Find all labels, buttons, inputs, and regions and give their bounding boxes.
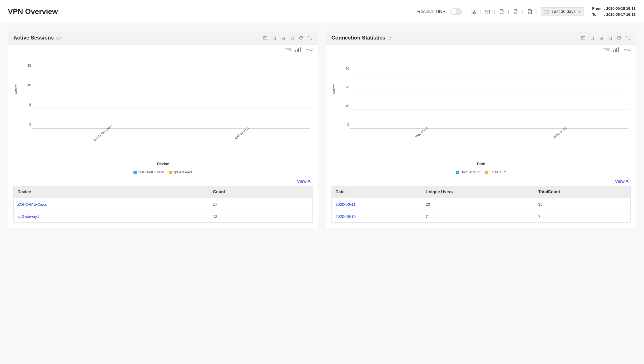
pdf-icon[interactable] [271, 35, 277, 41]
table-cell: 36 [534, 198, 630, 210]
page-header: VPN Overview Resolve DNS | | | A | CSV | [0, 0, 644, 23]
table-header: Date [332, 186, 422, 198]
to-value: 2020-06-17 16:13 [606, 12, 636, 17]
xls-icon[interactable]: x [607, 35, 613, 41]
connection-stats-table: DateUnique UsersTotalCount2020-06-112036… [331, 186, 631, 223]
y-tick: 10 [24, 83, 31, 87]
y-tick: 15 [24, 64, 31, 67]
mail-icon[interactable] [262, 35, 268, 41]
y-axis-label: Count [332, 84, 336, 94]
legend-item[interactable]: cpGateway1 [169, 170, 192, 174]
y-tick: 30 [342, 67, 349, 71]
y-tick: 0 [342, 123, 349, 126]
date-range-picker[interactable]: Last 30 days ▼ [541, 7, 584, 16]
csv-icon[interactable]: CSV [513, 9, 518, 14]
table-cell: 7 [422, 210, 535, 223]
panel-header: Connection Statistics ? x [326, 31, 636, 45]
table-link-cell[interactable]: cpGateway1 [14, 210, 209, 223]
svg-text:x: x [291, 37, 292, 39]
legend-item[interactable]: UniqueCount [456, 170, 480, 174]
table-link-cell[interactable]: ZOHO-ME-Cisco [14, 198, 209, 210]
y-tick: 10 [342, 104, 349, 108]
mail-icon[interactable] [581, 35, 586, 41]
svg-text:A: A [501, 12, 502, 13]
chart-type-area[interactable] [285, 47, 291, 52]
panel-title: Active Sessions [13, 35, 54, 41]
csv-icon[interactable] [280, 35, 286, 41]
page-title: VPN Overview [8, 7, 58, 16]
calendar-clock-icon[interactable] [470, 9, 476, 14]
separator: | [466, 9, 467, 14]
svg-rect-13 [263, 36, 267, 39]
svg-line-4 [475, 13, 475, 13]
y-tick: 20 [342, 85, 349, 89]
table-link-cell[interactable]: 2020-06-11 [332, 198, 422, 210]
mail-icon[interactable] [484, 9, 490, 14]
chart-type-toggle [13, 47, 313, 52]
expand-icon[interactable] [307, 35, 313, 41]
date-range-display: From : 2020-05-18 16:13 To : 2020-06-17 … [592, 5, 636, 18]
legend-item[interactable]: TotalCount [485, 170, 506, 174]
active-sessions-table: DeviceCountZOHO-ME-Cisco17cpGateway112 [13, 186, 313, 223]
help-icon[interactable]: ? [56, 36, 61, 40]
refresh-icon[interactable] [616, 35, 622, 41]
table-header: Unique Users [422, 186, 535, 198]
expand-icon[interactable] [625, 35, 631, 41]
y-tick: 0 [24, 123, 31, 126]
panel-header: Active Sessions ? x [8, 31, 318, 45]
svg-text:x: x [610, 37, 610, 39]
y-tick: 5 [24, 103, 31, 107]
pdf-icon[interactable]: A [499, 9, 504, 14]
x-axis-label: Date [331, 162, 631, 166]
svg-text:x: x [529, 11, 530, 13]
from-label: From [592, 6, 603, 11]
separator: | [522, 9, 523, 14]
active-sessions-chart: Count 051015ZOHO-ME-CiscocpGateway1 [27, 55, 310, 144]
chevron-down-icon: ▼ [578, 10, 581, 13]
table-row: cpGateway112 [14, 210, 313, 223]
xls-icon[interactable]: x [289, 35, 295, 41]
separator: | [508, 9, 509, 14]
view-all-link[interactable]: View All [297, 179, 313, 184]
table-row: 2020-06-1077 [332, 210, 631, 223]
panel-active-sessions: Active Sessions ? x [8, 31, 318, 228]
help-icon[interactable]: ? [388, 36, 392, 40]
table-header: TotalCount [534, 186, 630, 198]
x-tick: 2020-06-11 [414, 126, 429, 139]
refresh-icon[interactable] [298, 35, 304, 41]
table-header: Device [14, 186, 209, 198]
chart-type-toggle [331, 47, 631, 52]
table-cell: 17 [209, 198, 313, 210]
chart-type-stacked[interactable] [306, 47, 313, 52]
table-row: ZOHO-ME-Cisco17 [14, 198, 313, 210]
legend-swatch [169, 171, 172, 174]
xls-icon[interactable]: x [527, 9, 533, 14]
y-axis-label: Count [14, 84, 18, 94]
view-all-link[interactable]: View All [615, 179, 631, 184]
table-row: 2020-06-112036 [332, 198, 631, 210]
legend-item[interactable]: ZOHO-ME-Cisco [133, 170, 164, 174]
csv-icon[interactable] [598, 35, 604, 41]
chart-type-area[interactable] [603, 47, 610, 52]
separator: | [494, 9, 495, 14]
x-axis-label: Device [13, 162, 313, 166]
legend-swatch [133, 171, 137, 174]
from-value: 2020-05-18 16:13 [606, 6, 636, 11]
chart-type-stacked[interactable] [624, 47, 631, 52]
legend-label: TotalCount [490, 170, 506, 174]
svg-rect-9 [545, 10, 549, 13]
table-cell: 7 [534, 210, 630, 223]
chart-type-bar[interactable] [295, 47, 302, 52]
table-cell: 20 [422, 198, 535, 210]
legend-swatch [485, 171, 488, 174]
to-label: To [592, 12, 603, 17]
x-tick: cpGateway1 [234, 126, 250, 140]
header-toolbar: Resolve DNS | | | A | CSV | x | [417, 5, 636, 18]
pdf-icon[interactable] [589, 35, 595, 41]
chart-legend: UniqueCountTotalCount [331, 170, 631, 174]
table-link-cell[interactable]: 2020-06-10 [332, 210, 422, 223]
chart-type-bar[interactable] [613, 47, 620, 52]
resolve-dns-toggle[interactable] [450, 8, 462, 15]
legend-label: UniqueCount [460, 170, 480, 174]
svg-rect-0 [471, 10, 474, 13]
